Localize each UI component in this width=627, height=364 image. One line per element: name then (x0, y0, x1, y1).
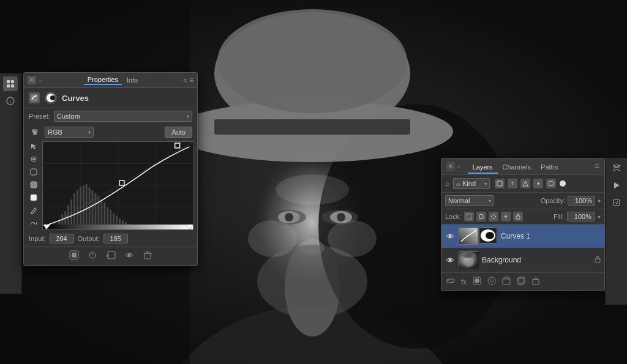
channel-dropdown-arrow: ▾ (88, 130, 91, 135)
filter-shape-icon[interactable] (520, 179, 530, 188)
panel-add-mask-icon[interactable] (69, 250, 79, 262)
svg-rect-82 (145, 253, 151, 259)
lock-image-pixels[interactable] (476, 212, 486, 221)
panel-bottom-icons (24, 246, 197, 266)
panel-close-area: ✕ » (28, 76, 42, 84)
right-toolbar-play-icon[interactable] (609, 178, 624, 193)
left-toolbar: i (0, 73, 21, 294)
svg-point-91 (486, 232, 494, 239)
panel-eye-icon[interactable] (124, 250, 134, 262)
panel-previous-state-icon[interactable] (106, 250, 116, 262)
panel-tabs: Properties Info (84, 75, 142, 85)
curves-tools (29, 141, 39, 228)
layers-menu-icon[interactable]: ≡ (595, 161, 599, 173)
svg-rect-101 (503, 279, 510, 284)
layers-new-layer-icon[interactable] (517, 277, 525, 287)
input-value[interactable]: 204 (50, 234, 74, 243)
curves-pencil-tool[interactable] (29, 206, 39, 215)
layer-visibility-background[interactable] (445, 255, 455, 265)
curves-eyedropper-tool[interactable] (29, 154, 39, 164)
kind-value: ⌕ Kind (456, 180, 476, 187)
layer-row-background[interactable]: Background (441, 248, 604, 272)
layers-link-icon[interactable] (446, 277, 455, 287)
auto-button[interactable]: Auto (165, 127, 192, 138)
curves-smooth-tool[interactable] (29, 218, 39, 228)
lock-position[interactable] (489, 212, 498, 221)
output-value[interactable]: 185 (103, 234, 128, 243)
layers-collapse-icon[interactable]: » (457, 163, 460, 170)
layer-name-background: Background (482, 256, 591, 264)
lock-all[interactable] (513, 212, 523, 221)
channel-options-icon[interactable] (29, 126, 41, 138)
toolbar-info-icon[interactable]: i (3, 94, 18, 108)
svg-marker-105 (614, 182, 620, 188)
layer-lock-icon (595, 256, 601, 265)
properties-panel: ✕ » Properties Info « ≡ Curves (23, 72, 198, 266)
panel-delete-icon[interactable] (143, 250, 152, 262)
svg-point-99 (475, 278, 479, 283)
svg-text:i: i (10, 99, 11, 105)
channel-select[interactable]: RGB ▾ (45, 127, 94, 138)
svg-point-100 (488, 277, 495, 284)
opacity-value[interactable]: 100% (568, 196, 595, 206)
curves-eyedropper-white[interactable] (29, 193, 39, 202)
curves-pointer-tool[interactable] (29, 141, 39, 151)
blend-mode-select[interactable]: Normal ▾ (445, 195, 494, 206)
layers-fx-icon[interactable]: fx (461, 278, 467, 286)
layers-close-button[interactable]: ✕ (446, 162, 455, 171)
svg-rect-79 (72, 253, 77, 258)
kind-select[interactable]: ⌕ Kind ▾ (453, 178, 490, 189)
filter-smart-icon[interactable]: ✦ (533, 179, 543, 188)
fill-value[interactable]: 100% (567, 212, 595, 221)
svg-rect-85 (467, 214, 471, 219)
filter-active-dot[interactable] (560, 180, 566, 187)
preset-value: Custom (57, 113, 80, 120)
svg-point-14 (337, 213, 345, 221)
opacity-arrow[interactable]: ▾ (598, 198, 601, 204)
collapse-left-icon[interactable]: « (183, 76, 187, 84)
layers-group-icon[interactable] (502, 277, 511, 287)
tab-info[interactable]: Info (123, 76, 141, 84)
panel-menu-icon[interactable]: ≡ (189, 76, 193, 84)
tab-layers[interactable]: Layers (468, 162, 498, 174)
panel-drag-handle[interactable]: » (39, 77, 42, 84)
layers-tabs: Layers Channels Paths (463, 158, 595, 174)
curves-graph[interactable] (42, 141, 194, 230)
svg-rect-75 (43, 225, 193, 229)
right-toolbar (606, 158, 627, 305)
layer-mask-thumb (479, 228, 497, 243)
filter-type-icon[interactable]: T (508, 179, 517, 188)
preset-select[interactable]: Custom ▾ (54, 111, 192, 122)
curves-title: Curves (62, 94, 89, 103)
tab-properties[interactable]: Properties (84, 75, 122, 85)
blend-mode-value: Normal (448, 197, 470, 204)
channel-value: RGB (48, 128, 62, 136)
layers-smart-object-icon[interactable] (487, 277, 496, 287)
layer-visibility-curves1[interactable] (445, 231, 455, 241)
io-row: Input: 204 Output: 185 (24, 231, 197, 246)
right-toolbar-smart-icon[interactable] (609, 195, 624, 210)
lock-artboard[interactable] (501, 212, 511, 221)
toolbar-properties-icon[interactable] (3, 76, 18, 91)
lock-transparent-pixels[interactable] (464, 212, 474, 221)
svg-rect-58 (95, 193, 97, 229)
svg-point-17 (248, 220, 297, 257)
tab-paths[interactable]: Paths (536, 162, 563, 174)
layers-mask-icon[interactable] (473, 277, 481, 287)
right-toolbar-layers-icon[interactable] (609, 161, 624, 176)
panel-clip-layer-icon[interactable] (88, 250, 97, 262)
svg-rect-24 (11, 84, 14, 87)
curves-eyedropper-black[interactable] (29, 167, 39, 177)
close-button[interactable]: ✕ (28, 76, 36, 84)
svg-rect-56 (89, 187, 91, 229)
fill-arrow[interactable]: ▾ (598, 214, 601, 220)
curves-eyedropper-gray[interactable] (29, 180, 39, 190)
layer-row-curves1[interactable]: Curves 1 (441, 225, 604, 248)
tab-channels[interactable]: Channels (498, 162, 536, 174)
layers-delete-icon[interactable] (531, 277, 540, 287)
layer-name-curves1: Curves 1 (501, 232, 601, 240)
svg-rect-59 (97, 196, 99, 229)
filter-color-icon[interactable] (546, 179, 556, 188)
blend-mode-arrow: ▾ (489, 198, 491, 204)
filter-pixel-icon[interactable] (495, 179, 505, 188)
